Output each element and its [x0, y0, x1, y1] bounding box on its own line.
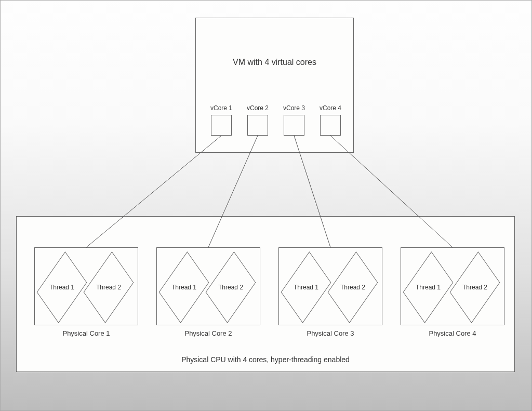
thread-label: Thread 1 — [294, 284, 318, 291]
cpu-title: Physical CPU with 4 cores, hyper-threadi… — [16, 355, 515, 364]
thread-diamond: Thread 1 — [165, 263, 203, 312]
thread-diamond: Thread 1 — [409, 263, 447, 312]
thread-label: Thread 1 — [171, 284, 196, 291]
vcore-label-2: vCore 2 — [242, 104, 273, 112]
vm-title: VM with 4 virtual cores — [195, 58, 354, 67]
thread-label: Thread 2 — [96, 284, 121, 291]
thread-label: Thread 2 — [340, 284, 365, 291]
physical-core-label-3: Physical Core 3 — [278, 329, 382, 337]
vcore-label-3: vCore 3 — [278, 104, 310, 112]
thread-diamond: Thread 2 — [456, 263, 494, 312]
thread-label: Thread 1 — [416, 284, 441, 291]
diagram-canvas: VM with 4 virtual cores vCore 1 vCore 2 … — [0, 0, 532, 411]
vcore-box-3 — [284, 115, 304, 136]
thread-diamond: Thread 1 — [43, 263, 81, 312]
thread-diamond: Thread 2 — [334, 263, 371, 312]
physical-core-label-1: Physical Core 1 — [34, 329, 138, 337]
thread-diamond: Thread 2 — [212, 263, 249, 312]
thread-label: Thread 1 — [49, 284, 74, 291]
vcore-label-1: vCore 1 — [206, 104, 237, 112]
physical-core-label-4: Physical Core 4 — [401, 329, 504, 337]
vcore-label-4: vCore 4 — [315, 104, 346, 112]
thread-label: Thread 2 — [462, 284, 487, 291]
vcore-box-1 — [211, 115, 232, 136]
vcore-box-2 — [247, 115, 268, 136]
vcore-box-4 — [320, 115, 341, 136]
thread-diamond: Thread 1 — [287, 263, 325, 312]
physical-core-label-2: Physical Core 2 — [156, 329, 260, 337]
thread-diamond: Thread 2 — [90, 263, 127, 312]
thread-label: Thread 2 — [218, 284, 243, 291]
